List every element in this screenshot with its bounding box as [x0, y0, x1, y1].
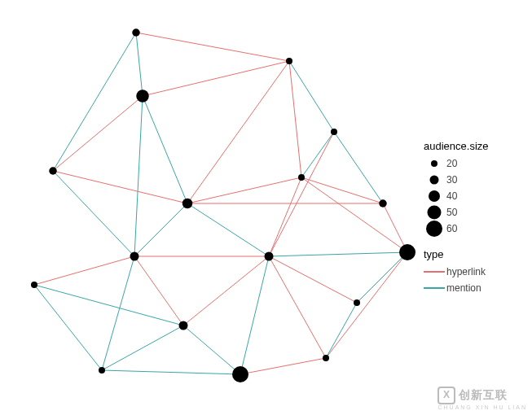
edge-hyperlink	[183, 256, 269, 325]
edge-hyperlink	[187, 177, 301, 203]
legend-size-rows: 2030405060	[424, 155, 530, 237]
watermark-brand: 创新互联	[459, 388, 508, 401]
edge-mention	[334, 132, 383, 203]
edge-hyperlink	[240, 358, 326, 374]
node	[379, 199, 387, 208]
edge-mention	[357, 252, 407, 303]
legend-type-swatch	[424, 287, 445, 289]
node	[323, 355, 329, 361]
node	[354, 299, 360, 306]
node	[136, 90, 149, 103]
edge-hyperlink	[301, 177, 383, 203]
svg-point-1	[430, 176, 439, 185]
legend-size-row: 30	[424, 172, 530, 188]
legend-size-row: 20	[424, 155, 530, 172]
legend-type-row: hyperlink	[424, 264, 530, 280]
legend-size-block: audience.size 2030405060	[424, 140, 530, 237]
node	[232, 366, 248, 382]
legend-type-label: mention	[446, 282, 481, 294]
edge-hyperlink	[53, 96, 143, 171]
edge-mention	[53, 171, 134, 256]
legend-type-row: mention	[424, 280, 530, 296]
legend-type-label: hyperlink	[446, 266, 486, 277]
edge-hyperlink	[134, 256, 183, 325]
edge-hyperlink	[143, 61, 289, 96]
edge-hyperlink	[269, 132, 334, 256]
edge-hyperlink	[269, 177, 301, 256]
node	[49, 167, 57, 175]
legend-size-swatch	[424, 187, 445, 205]
node	[182, 199, 193, 209]
legend-size-swatch	[424, 203, 445, 221]
edges-layer	[34, 33, 407, 374]
edge-hyperlink	[301, 177, 407, 252]
node	[331, 129, 337, 135]
edge-mention	[102, 325, 183, 370]
legend-size-label: 50	[446, 207, 457, 218]
legend-size-swatch	[424, 155, 445, 173]
node	[399, 244, 415, 260]
edge-hyperlink	[289, 61, 301, 177]
edge-mention	[134, 96, 143, 256]
legend-size-row: 60	[424, 221, 530, 237]
node	[130, 252, 139, 261]
node	[132, 28, 140, 37]
watermark-sub: CHUANG XIN HU LIAN	[437, 404, 527, 410]
legend-size-row: 40	[424, 188, 530, 204]
network-plot	[0, 0, 424, 415]
edge-mention	[326, 303, 357, 358]
edge-mention	[102, 370, 240, 374]
edge-mention	[34, 285, 183, 325]
svg-point-2	[429, 190, 440, 202]
edge-mention	[102, 256, 134, 370]
legend-type-swatch	[424, 271, 445, 273]
watermark-icon: X	[437, 387, 455, 404]
nodes-layer	[31, 28, 415, 382]
figure-stage: { "chart_data": { "type": "network", "ed…	[0, 0, 532, 415]
legend: audience.size 2030405060 type hyperlinkm…	[424, 138, 530, 308]
svg-point-3	[428, 206, 442, 220]
node	[179, 321, 188, 330]
edge-hyperlink	[187, 61, 289, 203]
edge-hyperlink	[136, 33, 289, 61]
edge-hyperlink	[326, 252, 407, 358]
edge-hyperlink	[53, 171, 187, 203]
legend-type-block: type hyperlinkmention	[424, 248, 530, 296]
edge-hyperlink	[34, 256, 134, 285]
legend-size-swatch	[424, 171, 445, 189]
legend-size-title: audience.size	[424, 140, 530, 152]
legend-type-title: type	[424, 248, 530, 260]
edge-hyperlink	[383, 203, 407, 252]
edge-mention	[53, 33, 136, 171]
legend-size-swatch	[424, 220, 445, 238]
node	[265, 252, 274, 261]
svg-point-0	[431, 160, 437, 167]
edge-mention	[143, 96, 187, 203]
legend-size-label: 30	[446, 174, 457, 186]
legend-type-rows: hyperlinkmention	[424, 264, 530, 296]
node	[31, 282, 37, 288]
node	[286, 58, 292, 64]
svg-point-4	[426, 221, 442, 237]
watermark: X创新互联 CHUANG XIN HU LIAN	[437, 387, 527, 410]
edge-mention	[136, 33, 143, 96]
edge-mention	[269, 252, 407, 256]
edge-mention	[301, 132, 334, 177]
legend-size-label: 40	[446, 190, 457, 202]
edge-mention	[183, 325, 240, 374]
legend-size-label: 20	[446, 158, 457, 169]
edge-mention	[240, 256, 269, 374]
edge-mention	[134, 203, 187, 256]
edge-mention	[187, 203, 269, 256]
node	[298, 174, 305, 181]
node	[99, 367, 105, 374]
legend-size-row: 50	[424, 204, 530, 221]
legend-size-label: 60	[446, 223, 457, 234]
edge-mention	[34, 285, 102, 370]
